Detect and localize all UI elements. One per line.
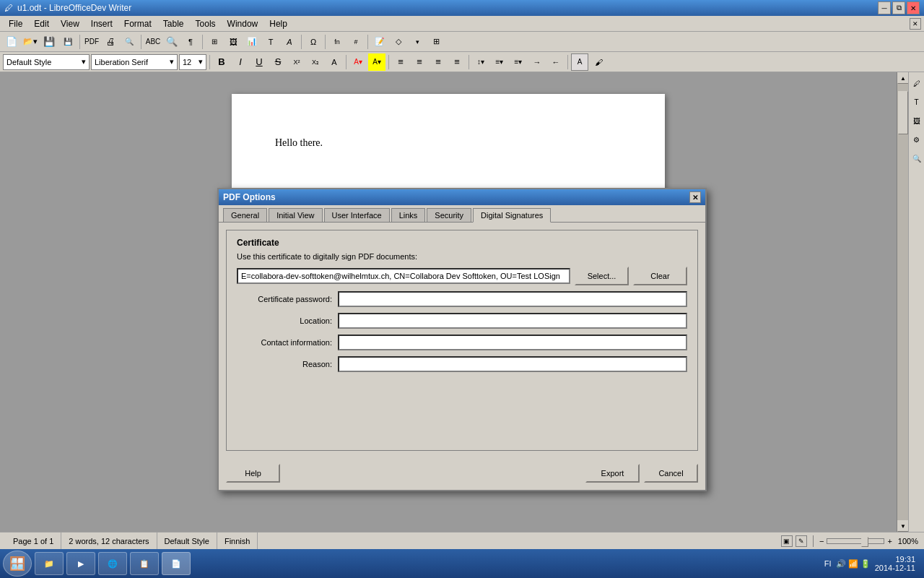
open-button[interactable]: 📂▾ [22,33,39,51]
help-button[interactable]: Help [226,464,280,483]
image-button[interactable]: 🖼 [225,33,242,51]
specialchar-button[interactable]: Ω [305,33,322,51]
menu-table[interactable]: Table [157,17,190,30]
tab-general[interactable]: General [223,208,267,222]
bold-button[interactable]: B [213,53,230,71]
taskbar-clipboard[interactable]: 📋 [130,552,159,575]
sep5 [325,35,326,49]
taskbar-writer[interactable]: 📄 [162,552,191,575]
indent-in-button[interactable]: → [528,53,546,71]
navigator-panel-button[interactable]: 🔍 [909,150,925,166]
underline-button[interactable]: U [250,53,268,71]
export-button[interactable]: Export [585,464,640,483]
taskbar-folder[interactable]: 📁 [35,552,64,575]
sep2 [141,35,141,49]
scroll-up-button[interactable]: ▲ [897,72,909,84]
start-button[interactable]: 🪟 [3,551,32,577]
scroll-thumb[interactable] [898,91,908,134]
close-button[interactable]: ✕ [907,1,920,14]
align-center-button[interactable]: ≡ [411,53,428,71]
spellcheck-button[interactable]: ABC [144,33,162,51]
font-color-button[interactable]: A▾ [349,53,367,71]
strikethrough-button[interactable]: S [269,53,287,71]
print-button[interactable]: 🖨 [102,33,119,51]
contact-input[interactable] [338,335,687,350]
clone-format-button[interactable]: 🖌 [590,53,607,71]
menu-format[interactable]: Format [118,17,157,30]
save-as-button[interactable]: 💾 [59,33,77,51]
dialog-close-button[interactable]: ✕ [689,191,701,203]
menu-help[interactable]: Help [263,17,293,30]
tab-security[interactable]: Security [427,208,471,222]
tab-user-interface[interactable]: User Interface [324,208,390,222]
tab-initial-view[interactable]: Initial View [269,208,322,222]
font-size-box[interactable]: 12 ▾ [179,54,206,70]
linenumber-button[interactable]: # [347,33,365,51]
edit-mode-button[interactable]: ✎ [796,535,807,547]
new-button[interactable]: 📄 [3,33,20,51]
list-button[interactable]: ≡▾ [491,53,508,71]
shapes-button[interactable]: ◇ [390,33,407,51]
menu-insert[interactable]: Insert [85,17,118,30]
save-button[interactable]: 💾 [40,33,58,51]
taskbar-network[interactable]: 🌐 [98,552,127,575]
indent-out-button[interactable]: ← [547,53,565,71]
zoom-thumb[interactable] [861,537,868,547]
menu-edit[interactable]: Edit [28,17,55,30]
grid-button[interactable]: ⊞ [427,33,445,51]
show-chars-button[interactable]: ¶ [182,33,199,51]
zoom-slider[interactable] [827,538,884,544]
menu-tools[interactable]: Tools [190,17,222,30]
chart-button[interactable]: 📊 [243,33,261,51]
shapes-arrow[interactable]: ▾ [409,33,426,51]
justify-button[interactable]: ≡ [448,53,466,71]
linespace-button[interactable]: ↕▾ [472,53,489,71]
zoom-out-button[interactable]: − [819,537,824,545]
close-doc-button[interactable]: ✕ [910,18,921,30]
location-input[interactable] [338,313,687,329]
tab-links[interactable]: Links [391,208,426,222]
print-preview-button[interactable]: 🔍 [121,33,138,51]
page-status: Page 1 of 1 [6,532,61,549]
menu-window[interactable]: Window [222,17,264,30]
zoom-area: ▣ ✎ − + 100% [781,535,918,547]
table-button[interactable]: ⊞ [206,33,223,51]
find-button[interactable]: 🔍 [163,33,180,51]
subscript-button[interactable]: X₂ [307,53,324,71]
clear-format-button[interactable]: A [326,53,343,71]
textbox-button[interactable]: T [262,33,279,51]
menu-view[interactable]: View [55,17,85,30]
footnote-button[interactable]: fn [328,33,346,51]
style-panel-button[interactable]: 🖊 [909,75,925,91]
paragraph-style-box[interactable]: Default Style ▾ [3,54,90,70]
select-cert-button[interactable]: Select... [575,267,629,285]
password-input[interactable] [338,291,687,307]
minimize-button[interactable]: ─ [878,1,891,14]
font-name-box[interactable]: Liberation Serif ▾ [91,54,178,70]
image-panel-button[interactable]: 🖼 [909,113,925,129]
restore-button[interactable]: ⧉ [892,1,905,14]
menu-file[interactable]: File [3,17,28,30]
fontwork-button[interactable]: A [281,33,298,51]
menubar: File Edit View Insert Format Table Tools… [0,16,924,32]
reason-input[interactable] [338,356,687,372]
style-status: Default Style [157,532,217,549]
taskbar-media[interactable]: ▶ [66,552,95,575]
gallery-panel-button[interactable]: ⚙ [909,131,925,147]
style-toggle-button[interactable]: A [571,53,588,71]
cancel-button[interactable]: Cancel [644,464,698,483]
sticky-button[interactable]: 📝 [371,33,388,51]
italic-button[interactable]: I [232,53,249,71]
scroll-down-button[interactable]: ▼ [897,520,909,532]
pdf-export-button[interactable]: PDF [83,33,100,51]
superscript-button[interactable]: X² [288,53,305,71]
text-panel-button[interactable]: T [909,94,925,110]
selection-mode-button[interactable]: ▣ [781,535,793,547]
clear-cert-button[interactable]: Clear [633,267,687,285]
numlist-button[interactable]: ≡▾ [510,53,527,71]
highlight-button[interactable]: A▾ [368,53,385,71]
zoom-in-button[interactable]: + [887,537,892,545]
tab-digital-signatures[interactable]: Digital Signatures [473,208,551,223]
align-left-button[interactable]: ≡ [392,53,409,71]
align-right-button[interactable]: ≡ [430,53,447,71]
